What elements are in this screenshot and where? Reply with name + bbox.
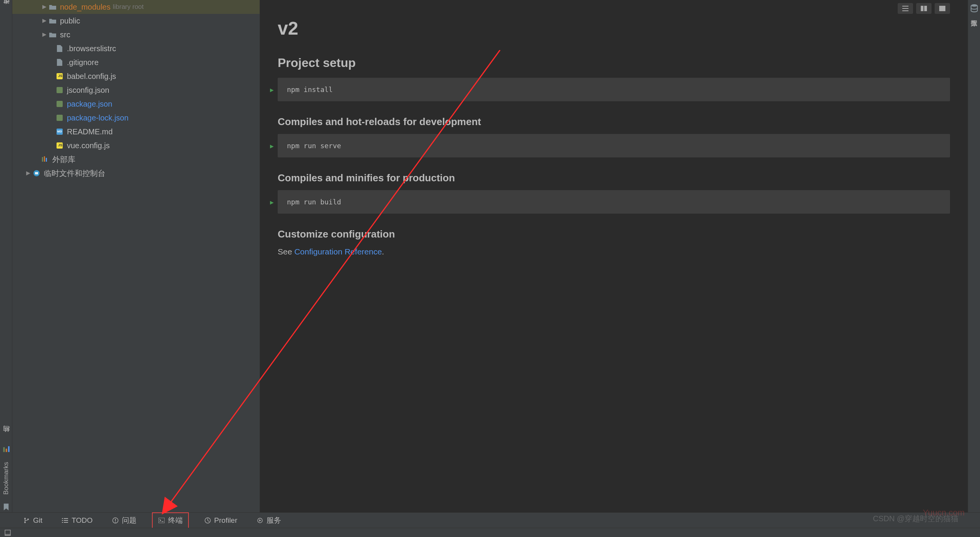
project-sidebar: ▶ node_modules library root ▶ public ▶ s… [12,0,260,522]
left-rail-item-1[interactable]: 燃改 [2,4,10,15]
tree-browserslist[interactable]: .browserslistrc [12,42,260,55]
svg-rect-12 [921,6,923,11]
bottom-terminal[interactable]: 终端 [152,512,189,529]
list-icon [62,517,68,524]
view-list-icon[interactable] [898,3,913,14]
svg-rect-22 [64,520,68,521]
tool-window-icon[interactable] [5,530,11,536]
tree-scratches[interactable]: ▶ 临时文件和控制台 [12,166,260,180]
bottom-todo[interactable]: TODO [58,514,97,527]
bottom-git[interactable]: Git [19,514,46,527]
left-rail-structure[interactable]: 结构 [2,432,10,443]
tree-babel-config[interactable]: JS babel.config.js [12,69,260,83]
tree-label: src [60,28,70,42]
left-rail-bookmarks[interactable]: Bookmarks [2,457,10,500]
code-text: npm run serve [287,142,341,150]
svg-rect-13 [924,6,927,11]
warning-icon [112,517,119,524]
svg-point-17 [24,522,26,523]
preview-toolbar [898,3,950,14]
tree-label: README.md [67,125,113,139]
view-preview-icon[interactable] [935,3,950,14]
tree-package-json[interactable]: package.json [12,97,260,111]
tree-label: public [60,14,80,28]
label: 服务 [267,515,281,525]
code-block-build: ▶ npm run build [278,190,950,214]
run-gutter-icon[interactable]: ▶ [270,86,274,93]
chevron-right-icon[interactable]: ▶ [40,2,48,12]
js-file-icon: JS [55,72,64,80]
chevron-right-icon[interactable]: ▶ [24,168,32,178]
svg-rect-32 [5,534,10,535]
profiler-icon [204,517,211,524]
tree-external-libs[interactable]: 外部库 [12,152,260,166]
json-file-icon [55,86,64,94]
svg-point-3 [971,4,977,7]
tree-label: jsconfig.json [67,83,109,97]
structure-icon [2,446,10,453]
tree-jsconfig[interactable]: jsconfig.json [12,83,260,97]
svg-rect-1 [5,448,7,452]
project-tree[interactable]: ▶ node_modules library root ▶ public ▶ s… [12,0,260,180]
svg-rect-23 [62,522,63,523]
database-icon[interactable] [970,4,978,12]
bookmark-icon [2,503,10,511]
right-tool-rail: 数据库 [968,0,980,522]
code-text: npm install [287,85,333,94]
library-icon [41,155,49,164]
svg-rect-21 [62,520,63,521]
label: Profiler [214,516,237,525]
code-text: npm run build [287,198,341,206]
svg-rect-0 [3,447,5,452]
tree-label: vue.config.js [67,139,110,152]
tree-node-modules[interactable]: ▶ node_modules library root [12,0,260,14]
tree-label: node_modules [60,0,110,14]
tree-public[interactable]: ▶ public [12,14,260,28]
tree-label: babel.config.js [67,69,116,83]
tree-label: package.json [67,97,112,111]
left-tool-rail: 燃改 结构 Bookmarks [0,0,12,522]
config-reference-link[interactable]: Configuration Reference [294,247,382,256]
svg-rect-14 [939,6,945,11]
heading-setup: Project setup [278,56,950,70]
tree-label: .gitignore [67,55,98,69]
svg-rect-19 [62,518,63,519]
tree-label: .browserslistrc [67,42,116,55]
tree-src[interactable]: ▶ src [12,28,260,42]
tree-label: package-lock.json [67,111,128,125]
label: 问题 [122,515,137,525]
svg-point-16 [24,518,26,519]
status-bar [0,528,980,537]
terminal-icon [158,517,165,524]
tree-package-lock[interactable]: package-lock.json [12,111,260,125]
chevron-right-icon[interactable]: ▶ [40,16,48,25]
chevron-right-icon[interactable]: ▶ [40,30,48,39]
readme-preview: v2 Project setup ▶ npm install Compiles … [260,0,968,522]
label: TODO [72,516,93,525]
right-rail-database[interactable]: 数据库 [970,12,978,17]
json-file-icon [55,100,64,108]
readme-title: v2 [278,18,950,39]
svg-rect-5 [44,156,45,162]
bottom-services[interactable]: 服务 [253,513,285,528]
run-gutter-icon[interactable]: ▶ [270,198,274,206]
heading-customize: Customize configuration [278,228,950,240]
tree-readme[interactable]: MD README.md [12,125,260,139]
svg-rect-11 [902,10,908,11]
svg-rect-8 [35,172,38,174]
tree-label: 外部库 [52,152,75,166]
bottom-profiler[interactable]: Profiler [200,514,241,527]
bottom-problems[interactable]: 问题 [108,513,140,528]
tree-note: library root [113,1,143,13]
svg-rect-24 [64,522,68,523]
svg-rect-6 [46,158,47,162]
see-paragraph: See Configuration Reference. [278,247,950,256]
code-block-install: ▶ npm install [278,78,950,101]
svg-rect-27 [115,522,116,522]
view-split-icon[interactable] [916,3,932,14]
svg-rect-26 [115,519,116,521]
tree-vue-config[interactable]: JS vue.config.js [12,139,260,152]
run-gutter-icon[interactable]: ▶ [270,142,274,149]
tree-gitignore[interactable]: .gitignore [12,55,260,69]
svg-rect-28 [158,518,165,523]
